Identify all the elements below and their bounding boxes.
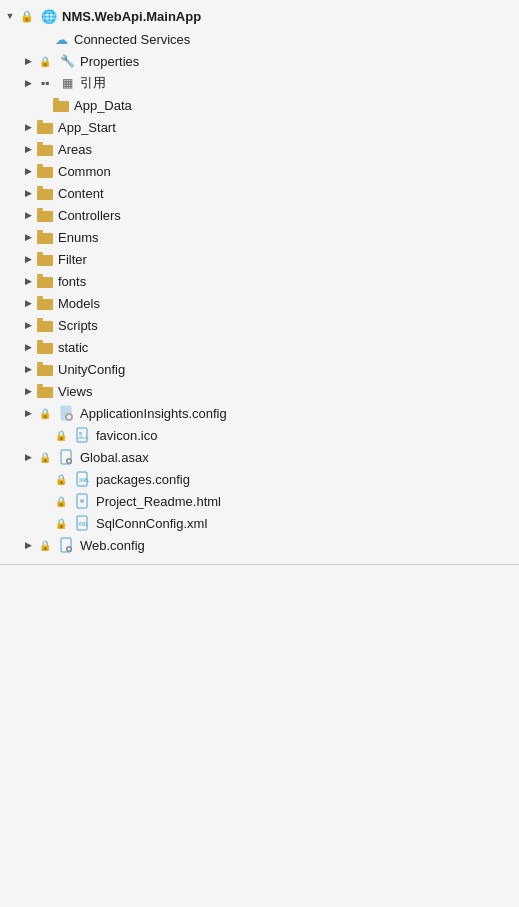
folder-icon xyxy=(36,272,54,290)
app-start-chevron[interactable]: ▶ xyxy=(20,119,36,135)
tree-item-filter[interactable]: ▶ Filter xyxy=(0,248,519,270)
static-label: static xyxy=(58,340,88,355)
scripts-chevron[interactable]: ▶ xyxy=(20,317,36,333)
tree-item-content[interactable]: ▶ Content xyxy=(0,182,519,204)
project-chevron[interactable]: ▼ xyxy=(2,8,18,24)
tree-item-static[interactable]: ▶ static xyxy=(0,336,519,358)
image-file-icon xyxy=(74,426,92,444)
controllers-label: Controllers xyxy=(58,208,121,223)
file-gear-icon xyxy=(58,404,76,422)
web-config-label: Web.config xyxy=(80,538,145,553)
tree-item-enums[interactable]: ▶ Enums xyxy=(0,226,519,248)
app-start-label: App_Start xyxy=(58,120,116,135)
tree-item-connected-services[interactable]: ☁ Connected Services xyxy=(0,28,519,50)
static-chevron[interactable]: ▶ xyxy=(20,339,36,355)
unity-config-label: UnityConfig xyxy=(58,362,125,377)
tree-item-fonts[interactable]: ▶ fonts xyxy=(0,270,519,292)
svg-rect-10 xyxy=(37,186,43,189)
app-insights-label: ApplicationInsights.config xyxy=(80,406,227,421)
svg-rect-16 xyxy=(37,252,43,255)
tree-item-views[interactable]: ▶ Views xyxy=(0,380,519,402)
references-label: 引用 xyxy=(80,74,106,92)
lock-icon: 🔒 xyxy=(52,514,70,532)
tree-item-areas[interactable]: ▶ Areas xyxy=(0,138,519,160)
svg-rect-11 xyxy=(37,211,53,222)
fonts-chevron[interactable]: ▶ xyxy=(20,273,36,289)
models-label: Models xyxy=(58,296,100,311)
properties-chevron[interactable]: ▶ xyxy=(20,53,36,69)
areas-label: Areas xyxy=(58,142,92,157)
web-config-chevron[interactable]: ▶ xyxy=(20,537,36,553)
views-chevron[interactable]: ▶ xyxy=(20,383,36,399)
svg-point-41 xyxy=(80,499,84,503)
controllers-chevron[interactable]: ▶ xyxy=(20,207,36,223)
file-gear3-icon xyxy=(58,536,76,554)
project-readme-label: Project_Readme.html xyxy=(96,494,221,509)
cloud-icon: ☁ xyxy=(52,30,70,48)
fonts-label: fonts xyxy=(58,274,86,289)
svg-rect-33 xyxy=(79,432,82,435)
svg-rect-1 xyxy=(53,101,59,103)
filter-label: Filter xyxy=(58,252,87,267)
app-insights-chevron[interactable]: ▶ xyxy=(20,405,36,421)
app-data-label: App_Data xyxy=(74,98,132,113)
svg-rect-7 xyxy=(37,167,53,178)
svg-point-46 xyxy=(68,548,71,551)
svg-rect-32 xyxy=(77,428,87,442)
svg-rect-28 xyxy=(37,384,43,387)
tree-item-controllers[interactable]: ▶ Controllers xyxy=(0,204,519,226)
svg-rect-23 xyxy=(37,343,53,354)
enums-chevron[interactable]: ▶ xyxy=(20,229,36,245)
global-asax-chevron[interactable]: ▶ xyxy=(20,449,36,465)
svg-rect-17 xyxy=(37,277,53,288)
folder-icon xyxy=(36,338,54,356)
global-asax-label: Global.asax xyxy=(80,450,149,465)
areas-chevron[interactable]: ▶ xyxy=(20,141,36,157)
project-root[interactable]: ▼ 🔒 🌐 NMS.WebApi.MainApp xyxy=(0,4,519,28)
folder-icon xyxy=(36,228,54,246)
svg-rect-6 xyxy=(37,142,43,145)
tree-item-application-insights[interactable]: ▶ 🔒 ApplicationInsights.config xyxy=(0,402,519,424)
folder-icon xyxy=(36,184,54,202)
models-chevron[interactable]: ▶ xyxy=(20,295,36,311)
svg-rect-20 xyxy=(37,296,43,299)
tree-item-references[interactable]: ▶ ▪▪ ▦ 引用 xyxy=(0,72,519,94)
svg-rect-13 xyxy=(37,233,53,244)
common-chevron[interactable]: ▶ xyxy=(20,163,36,179)
tree-item-web-config[interactable]: ▶ 🔒 Web.config xyxy=(0,534,519,556)
lock-icon: 🔒 xyxy=(36,448,54,466)
tree-item-unity-config[interactable]: ▶ UnityConfig xyxy=(0,358,519,380)
unity-config-chevron[interactable]: ▶ xyxy=(20,361,36,377)
svg-rect-9 xyxy=(37,189,53,200)
folder-icon xyxy=(36,250,54,268)
scripts-label: Scripts xyxy=(58,318,98,333)
tree-item-properties[interactable]: ▶ 🔒 🔧 Properties xyxy=(0,50,519,72)
svg-rect-15 xyxy=(37,255,53,266)
tree-item-global-asax[interactable]: ▶ 🔒 Global.asax xyxy=(0,446,519,468)
folder-icon xyxy=(52,96,70,114)
content-chevron[interactable]: ▶ xyxy=(20,185,36,201)
svg-rect-3 xyxy=(37,123,53,134)
references-chevron[interactable]: ▶ xyxy=(20,75,36,91)
tree-item-favicon[interactable]: 🔒 favicon.ico xyxy=(0,424,519,446)
filter-chevron[interactable]: ▶ xyxy=(20,251,36,267)
tree-item-project-readme[interactable]: 🔒 Project_Readme.html xyxy=(0,490,519,512)
tree-item-models[interactable]: ▶ Models xyxy=(0,292,519,314)
folder-icon xyxy=(36,382,54,400)
tree-item-sqlconn-config[interactable]: 🔒 XML SqlConnConfig.xml xyxy=(0,512,519,534)
tree-item-common[interactable]: ▶ Common xyxy=(0,160,519,182)
tree-item-app-start[interactable]: ▶ App_Start xyxy=(0,116,519,138)
project-name: NMS.WebApi.MainApp xyxy=(62,9,201,24)
svg-rect-18 xyxy=(37,274,43,277)
tree-item-app-data[interactable]: App_Data xyxy=(0,94,519,116)
wrench-icon: 🔧 xyxy=(58,52,76,70)
svg-rect-25 xyxy=(37,365,53,376)
svg-point-37 xyxy=(68,460,71,463)
tree-item-scripts[interactable]: ▶ Scripts xyxy=(0,314,519,336)
lock-icon: 🔒 xyxy=(36,52,54,70)
tree-item-packages-config[interactable]: 🔒 XML packages.config xyxy=(0,468,519,490)
svg-rect-12 xyxy=(37,208,43,211)
svg-rect-24 xyxy=(37,340,43,343)
svg-rect-2 xyxy=(53,98,59,101)
file-gear2-icon xyxy=(58,448,76,466)
